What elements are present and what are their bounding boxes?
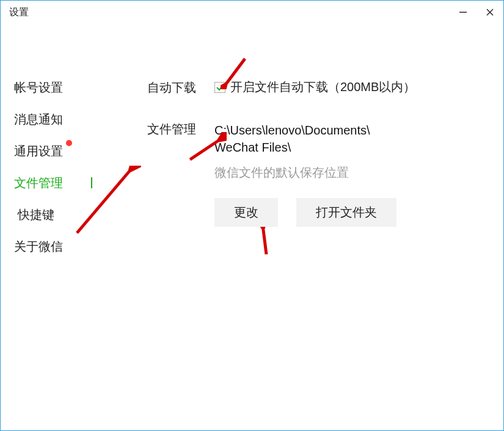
minimize-button[interactable] xyxy=(450,3,477,21)
sidebar-item-label: 文件管理 xyxy=(14,176,63,190)
file-buttons: 更改 打开文件夹 xyxy=(214,198,485,227)
file-manage-row: 文件管理 C:\Users\lenovo\Documents\ WeChat F… xyxy=(147,120,485,227)
sidebar-item-label: 消息通知 xyxy=(14,112,63,126)
settings-content: 自动下载 开启文件自动下载（200MB以内） 文件管理 C:\Users\len… xyxy=(147,79,485,227)
sidebar-item-label: 关于微信 xyxy=(14,240,63,253)
sidebar-item-files[interactable]: 文件管理 xyxy=(14,174,100,191)
sidebar-item-label: 帐号设置 xyxy=(14,81,63,94)
settings-window: 设置 帐号设置 消息通知 通用设置 xyxy=(0,0,504,431)
window-controls xyxy=(450,3,503,21)
file-manage-label: 文件管理 xyxy=(147,120,214,138)
sidebar-item-notifications[interactable]: 消息通知 xyxy=(14,111,100,128)
check-icon xyxy=(216,83,224,92)
titlebar: 设置 xyxy=(1,1,503,24)
auto-download-label: 自动下载 xyxy=(147,79,214,96)
minimize-icon xyxy=(459,8,467,17)
sidebar-item-account[interactable]: 帐号设置 xyxy=(14,79,100,96)
file-path-hint: 微信文件的默认保存位置 xyxy=(214,164,485,181)
auto-download-text: 开启文件自动下载（200MB以内） xyxy=(230,79,415,95)
file-path-line1: C:\Users\lenovo\Documents\ xyxy=(214,122,434,139)
svg-line-6 xyxy=(263,230,266,254)
selected-indicator-icon xyxy=(91,177,92,188)
close-icon xyxy=(486,8,494,17)
auto-download-checkbox[interactable] xyxy=(214,82,225,93)
file-manage-body: C:\Users\lenovo\Documents\ WeChat Files\… xyxy=(214,120,485,227)
file-path-line2: WeChat Files\ xyxy=(214,139,434,156)
annotation-arrow-icon xyxy=(248,227,279,260)
sidebar-item-about[interactable]: 关于微信 xyxy=(14,238,100,255)
auto-download-body: 开启文件自动下载（200MB以内） xyxy=(214,79,485,95)
close-button[interactable] xyxy=(477,3,503,21)
sidebar-item-shortcuts[interactable]: 快捷键 xyxy=(14,206,100,223)
notification-dot-icon xyxy=(66,140,72,146)
sidebar-item-general[interactable]: 通用设置 xyxy=(14,142,100,160)
file-path-display: C:\Users\lenovo\Documents\ WeChat Files\ xyxy=(214,120,434,157)
auto-download-row: 自动下载 开启文件自动下载（200MB以内） xyxy=(147,79,485,96)
sidebar-item-label: 快捷键 xyxy=(18,208,54,221)
sidebar: 帐号设置 消息通知 通用设置 文件管理 快捷键 关于微信 xyxy=(14,79,100,270)
window-title: 设置 xyxy=(9,6,29,19)
change-path-button[interactable]: 更改 xyxy=(214,198,278,227)
open-folder-button[interactable]: 打开文件夹 xyxy=(296,198,396,227)
sidebar-item-label: 通用设置 xyxy=(14,144,63,158)
